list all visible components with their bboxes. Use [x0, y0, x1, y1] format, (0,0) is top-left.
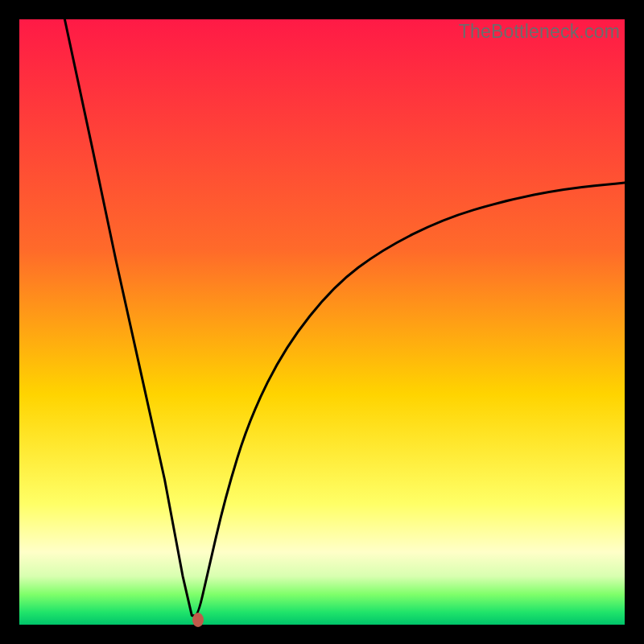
chart-plot-area	[19, 19, 625, 625]
chart-frame: TheBottleneck.com	[19, 19, 625, 625]
watermark-text: TheBottleneck.com	[459, 21, 620, 43]
optimal-point-marker	[192, 613, 204, 627]
